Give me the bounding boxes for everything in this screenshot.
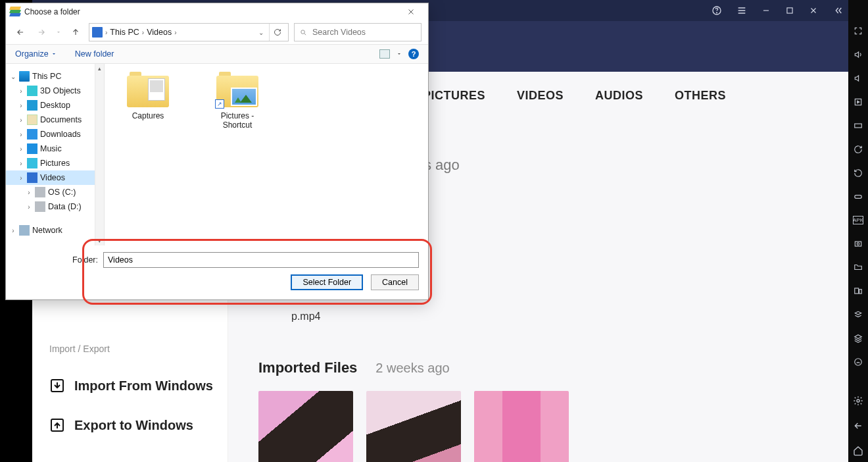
gamepad-icon[interactable] (853, 192, 863, 201)
close-button[interactable] (398, 3, 424, 20)
breadcrumb-this-pc[interactable]: This PC (110, 28, 139, 37)
tree-videos[interactable]: ›Videos (6, 170, 104, 185)
search-box[interactable] (294, 23, 422, 41)
desktop-icon (27, 100, 37, 111)
address-bar[interactable]: › This PC › Videos › ⌄ (89, 23, 289, 41)
sidebar-section-label: Import / Export (49, 344, 228, 354)
volume-down-icon[interactable] (853, 74, 863, 83)
svg-rect-7 (855, 195, 862, 199)
folder-icon (127, 72, 169, 107)
nav-forward-icon[interactable] (34, 24, 49, 40)
thumbnail[interactable] (258, 391, 353, 462)
dialog-titlebar: Choose a folder (6, 3, 428, 20)
search-icon (300, 28, 307, 37)
imported-thumbnails (258, 391, 818, 462)
chevron-down-icon (51, 51, 57, 57)
scroll-down-icon[interactable]: ▾ (95, 236, 104, 245)
folder-label-line1: Pictures - (206, 111, 269, 120)
file-area[interactable]: Captures ↗ Pictures - Shortcut (105, 64, 428, 245)
drive-icon (35, 201, 45, 212)
help-icon[interactable] (711, 5, 722, 16)
close-app-icon[interactable] (809, 6, 818, 15)
folder-icon[interactable] (853, 263, 863, 272)
cube-icon (27, 86, 37, 96)
svg-rect-11 (859, 290, 862, 294)
new-folder-button[interactable]: New folder (75, 49, 114, 59)
folder-label-line2: Shortcut (206, 120, 269, 130)
fullscreen-icon[interactable] (853, 26, 863, 36)
organize-menu[interactable]: Organize (15, 49, 57, 59)
play-icon[interactable] (853, 97, 863, 107)
import-from-windows[interactable]: Import From Windows (49, 378, 228, 394)
media-tabs: PICTURES VIDEOS AUDIOS OTHERS (423, 89, 818, 103)
address-dropdown-icon[interactable]: ⌄ (256, 29, 266, 36)
app-logo-icon (10, 7, 20, 17)
rotate-ccw-icon[interactable] (853, 168, 863, 178)
layers-icon[interactable] (853, 334, 863, 343)
emulator-right-rail: APK (848, 0, 868, 462)
minimize-icon[interactable] (761, 6, 771, 15)
tab-audios[interactable]: AUDIOS (595, 89, 643, 103)
collapse-icon[interactable] (832, 5, 843, 16)
folder-captures[interactable]: Captures (116, 72, 180, 120)
svg-rect-8 (855, 242, 861, 246)
scroll-up-icon[interactable]: ▴ (95, 64, 104, 73)
time-fragment: s ago (424, 157, 818, 174)
settings-icon[interactable] (853, 396, 863, 406)
folder-tree: ⌄This PC ›3D Objects ›Desktop ›Documents… (6, 64, 105, 245)
help-button[interactable]: ? (408, 49, 419, 59)
folder-input[interactable] (103, 252, 419, 268)
maximize-icon[interactable] (785, 6, 794, 15)
cancel-button[interactable]: Cancel (371, 274, 419, 290)
nav-history-dropdown-icon[interactable] (55, 24, 62, 40)
nav-up-icon[interactable] (68, 24, 84, 40)
search-input[interactable] (312, 28, 416, 37)
tree-pictures[interactable]: ›Pictures (6, 156, 104, 170)
apk-icon[interactable]: APK (853, 216, 863, 224)
tree-this-pc[interactable]: ⌄This PC (6, 69, 104, 84)
chevron-right-icon: › (174, 29, 176, 36)
view-mode-icon[interactable] (379, 49, 390, 59)
choose-folder-dialog: Choose a folder › This PC › Videos › ⌄ O… (5, 3, 429, 300)
tree-documents[interactable]: ›Documents (6, 113, 104, 127)
keyboard-icon[interactable] (853, 121, 863, 130)
tree-music[interactable]: ›Music (6, 141, 104, 156)
tab-videos[interactable]: VIDEOS (517, 89, 564, 103)
breadcrumb-videos[interactable]: Videos (147, 28, 172, 37)
tree-3d-objects[interactable]: ›3D Objects (6, 84, 104, 98)
export-to-windows[interactable]: Export to Windows (49, 417, 228, 433)
multitask-icon[interactable] (853, 310, 863, 319)
volume-up-icon[interactable] (853, 50, 863, 59)
tree-os-c[interactable]: ›OS (C:) (6, 185, 104, 199)
svg-point-1 (717, 13, 717, 13)
tree-network[interactable]: ›Network (6, 223, 104, 238)
tree-downloads[interactable]: ›Downloads (6, 127, 104, 141)
folder-label: Folder: (72, 255, 98, 265)
svg-point-12 (855, 359, 862, 366)
imported-files-time: 2 weeks ago (375, 361, 449, 376)
tree-desktop[interactable]: ›Desktop (6, 98, 104, 113)
home-icon[interactable] (853, 446, 863, 456)
tree-scrollbar[interactable]: ▴▾ (95, 64, 104, 245)
tab-others[interactable]: OTHERS (675, 89, 726, 103)
screenshot-icon[interactable] (853, 239, 863, 248)
chevron-right-icon: › (142, 29, 144, 36)
menu-icon[interactable] (736, 5, 747, 16)
monitor-icon (19, 71, 30, 82)
folder-pictures-shortcut[interactable]: ↗ Pictures - Shortcut (206, 72, 269, 130)
thumbnail[interactable] (366, 391, 461, 462)
refresh-icon[interactable] (269, 24, 285, 41)
tree-data-d[interactable]: ›Data (D:) (6, 199, 104, 214)
cast-icon[interactable] (853, 357, 863, 367)
dialog-toolbar: Organize New folder ? (6, 44, 428, 64)
tab-pictures[interactable]: PICTURES (423, 89, 485, 103)
nav-back-icon[interactable] (12, 24, 28, 40)
rotate-cw-icon[interactable] (853, 145, 863, 154)
devices-icon[interactable] (853, 286, 863, 295)
export-label: Export to Windows (74, 418, 193, 433)
svg-rect-2 (787, 8, 792, 13)
back-icon[interactable] (853, 421, 863, 431)
view-dropdown-icon[interactable] (397, 51, 402, 57)
thumbnail[interactable] (474, 391, 569, 462)
select-folder-button[interactable]: Select Folder (291, 274, 363, 290)
